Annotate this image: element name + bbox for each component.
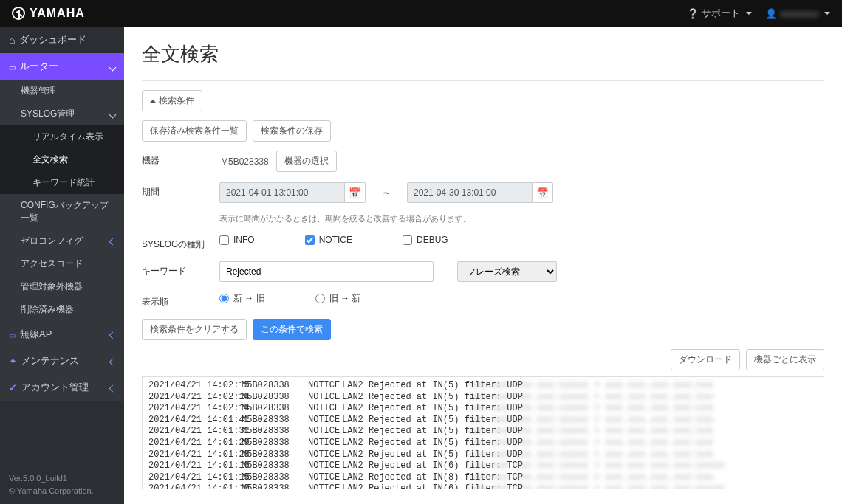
chevron-left-icon [110, 356, 115, 367]
sidebar-sub2-fulltext[interactable]: 全文検索 [0, 148, 124, 171]
log-line: 2021/04/21 14:01:10M5B028338NOTICELAN2 R… [148, 483, 818, 489]
period-tilde: ～ [372, 187, 401, 199]
sidebar-sub2-realtime[interactable]: リアルタイム表示 [0, 125, 124, 148]
chevron-left-icon [110, 236, 115, 246]
device-select-button[interactable]: 機器の選択 [276, 151, 337, 172]
main-content: 全文検索 検索条件 保存済み検索条件一覧 検索条件の保存 機器 M5B02833… [124, 27, 842, 504]
wrench-icon: ✦ [9, 356, 17, 367]
saved-conditions-list-button[interactable]: 保存済み検索条件一覧 [142, 120, 247, 142]
log-line: 2021/04/21 14:01:29M5B028338NOTICELAN2 R… [148, 438, 818, 449]
brand-logo: YAMAHA [12, 7, 85, 20]
log-output: 2021/04/21 14:02:15M5B028338NOTICELAN2 R… [142, 376, 824, 489]
type-info-checkbox[interactable] [219, 235, 229, 245]
per-device-button[interactable]: 機器ごとに表示 [746, 349, 824, 370]
sidebar-item-account[interactable]: アカウント管理 [0, 374, 124, 401]
period-from-calendar-button[interactable]: 📅 [345, 182, 366, 203]
check-icon [9, 382, 17, 393]
ap-icon [9, 329, 16, 340]
order-new-old-radio[interactable] [219, 294, 229, 303]
log-line: 2021/04/21 14:02:15M5B028338NOTICELAN2 R… [148, 380, 818, 392]
type-debug-checkbox[interactable] [403, 235, 412, 245]
type-notice-checkbox[interactable] [305, 235, 315, 245]
support-menu[interactable]: ❔ サポート [687, 7, 752, 20]
sidebar-sub-deleted[interactable]: 削除済み機器 [0, 298, 124, 321]
log-line: 2021/04/21 14:01:41M5B028338NOTICELAN2 R… [148, 415, 818, 427]
home-icon [9, 34, 15, 46]
keyword-label: キーワード [142, 261, 219, 277]
syslog-type-label: SYSLOGの種別 [142, 235, 219, 251]
calendar-icon: 📅 [349, 187, 361, 199]
sidebar-sub-config-backup[interactable]: CONFIGバックアップ一覧 [0, 194, 124, 229]
sidebar: ダッシュボード ルーター 機器管理 SYSLOG管理 リアルタイム表示 全文検索… [0, 27, 124, 504]
log-line: 2021/04/21 14:01:15M5B028338NOTICELAN2 R… [148, 472, 818, 484]
user-icon: 👤 [765, 8, 777, 19]
sidebar-item-maintenance[interactable]: ✦メンテナンス [0, 348, 124, 374]
log-line: 2021/04/21 14:02:14M5B028338NOTICELAN2 R… [148, 392, 818, 404]
chevron-left-icon [110, 329, 115, 340]
brand-logo-icon [12, 7, 25, 20]
sidebar-sub2-keyword-stats[interactable]: キーワード統計 [0, 171, 124, 194]
period-from-field[interactable]: 2021-04-01 13:01:00 [219, 182, 345, 203]
brand-name: YAMAHA [30, 7, 85, 20]
caret-up-icon [150, 96, 159, 106]
divider [142, 80, 824, 81]
page-title: 全文検索 [142, 41, 824, 67]
sidebar-sub-device-mgmt[interactable]: 機器管理 [0, 80, 124, 103]
save-condition-button[interactable]: 検索条件の保存 [253, 120, 331, 142]
device-id: M5B028338 [219, 153, 270, 170]
period-hint: 表示に時間がかかるときは、期間を絞ると改善する場合があります。 [219, 213, 824, 224]
search-button[interactable]: この条件で検索 [253, 319, 331, 340]
log-line: 2021/04/21 14:02:14M5B028338NOTICELAN2 R… [148, 403, 818, 415]
download-button[interactable]: ダウンロード [671, 349, 740, 370]
sidebar-item-dashboard[interactable]: ダッシュボード [0, 27, 124, 53]
calendar-icon: 📅 [536, 187, 549, 199]
chevron-down-icon [110, 61, 115, 72]
log-line: 2021/04/21 14:01:16M5B028338NOTICELAN2 R… [148, 460, 818, 472]
clear-conditions-button[interactable]: 検索条件をクリアする [142, 319, 247, 340]
log-scroll-area[interactable]: 2021/04/21 14:02:15M5B028338NOTICELAN2 R… [143, 377, 824, 489]
copyright-text: © Yamaha Corporation. [9, 485, 115, 497]
period-label: 期間 [142, 182, 219, 199]
period-to-calendar-button[interactable]: 📅 [533, 182, 553, 203]
sidebar-sub-excluded[interactable]: 管理対象外機器 [0, 275, 124, 298]
router-icon [9, 61, 16, 72]
chevron-left-icon [110, 382, 115, 393]
period-to-field[interactable]: 2021-04-30 13:01:00 [407, 182, 533, 203]
user-menu[interactable]: 👤 xxxxxxxx [765, 8, 830, 19]
order-label: 表示順 [142, 292, 219, 308]
sidebar-sub-syslog-mgmt[interactable]: SYSLOG管理 [0, 103, 124, 125]
sidebar-sub-zero-config[interactable]: ゼロコンフィグ [0, 229, 124, 252]
sidebar-item-router[interactable]: ルーター [0, 53, 124, 80]
version-text: Ver.5.0.0_build1 [9, 472, 115, 485]
topbar: YAMAHA ❔ サポート 👤 xxxxxxxx [0, 0, 842, 27]
log-line: 2021/04/21 14:01:28M5B028338NOTICELAN2 R… [148, 449, 818, 461]
keyword-input[interactable] [219, 261, 434, 282]
chevron-down-icon [110, 109, 115, 120]
order-old-new-radio[interactable] [315, 294, 325, 303]
device-label: 機器 [142, 151, 219, 167]
sidebar-footer: Ver.5.0.0_build1 © Yamaha Corporation. [0, 465, 124, 504]
log-line: 2021/04/21 14:01:31M5B028338NOTICELAN2 R… [148, 426, 818, 438]
help-icon: ❔ [687, 8, 699, 19]
sidebar-item-wireless-ap[interactable]: 無線AP [0, 321, 124, 348]
collapse-conditions-button[interactable]: 検索条件 [142, 90, 202, 111]
search-mode-select[interactable]: フレーズ検索 [457, 261, 557, 282]
sidebar-sub-access-code[interactable]: アクセスコード [0, 252, 124, 275]
